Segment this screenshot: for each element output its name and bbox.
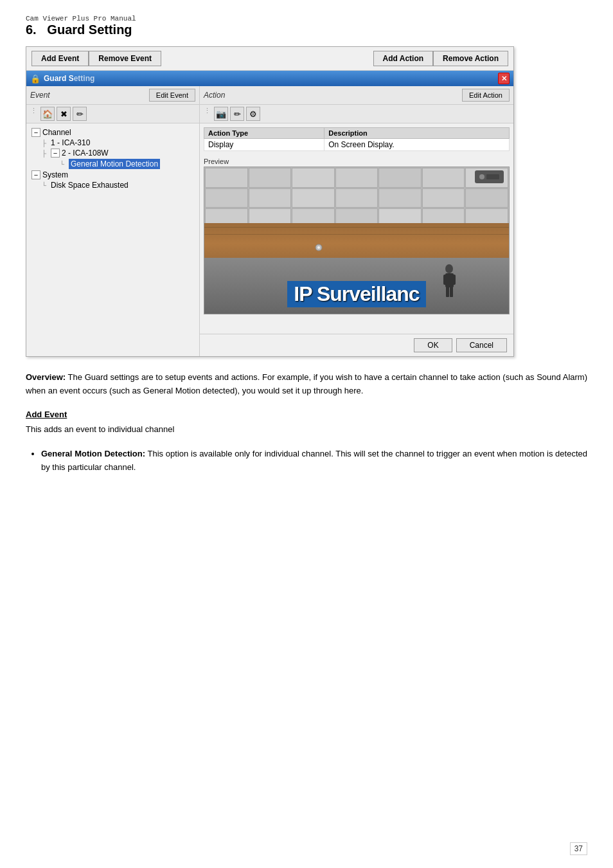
- add-event-section: Add Event This adds an event to individu…: [26, 410, 587, 475]
- overview-text: The Guard settings are to setup events a…: [26, 372, 587, 395]
- action-icon-separator: ⋮: [204, 107, 212, 121]
- svg-point-0: [445, 264, 453, 273]
- tree-connector-disk: └: [42, 182, 51, 189]
- section-title: 6. Guard Setting: [26, 23, 587, 37]
- tile: [249, 188, 292, 208]
- camera-lens: [479, 174, 484, 179]
- tree-connector-2: ├: [42, 150, 51, 157]
- tree-motion-label: General Motion Detection: [69, 159, 160, 169]
- preview-label: Preview: [204, 158, 510, 165]
- action-table: Action Type Description Display On Scree…: [204, 127, 510, 151]
- tile: [249, 168, 292, 188]
- add-action-button[interactable]: Add Action: [373, 51, 434, 66]
- event-icon-btn-1[interactable]: 🏠: [40, 107, 55, 121]
- page-header: Cam Viewer Plus Pro Manual: [26, 13, 587, 23]
- tile: [292, 168, 335, 188]
- col-description: Description: [324, 128, 510, 139]
- action-label: Action: [204, 91, 225, 100]
- tree-disk-label: Disk Space Exhausted: [51, 181, 129, 190]
- camera-preview-content: IP Surveillanc: [204, 167, 509, 314]
- section-number: 6.: [26, 23, 37, 37]
- tile: [422, 168, 465, 188]
- action-subbar: Action Edit Action: [200, 86, 513, 105]
- col-action-type: Action Type: [204, 128, 324, 139]
- event-tree: − Channel ├ 1 - ICA-310 ├ − 2 - ICA-108W…: [26, 123, 199, 356]
- dialog-body: Event Edit Event ⋮ 🏠 ✖ ✏ − Channel: [26, 86, 513, 356]
- surveillance-text: IP Surveillanc: [287, 281, 425, 307]
- titlebar-icon: 🔒: [30, 74, 40, 84]
- section-heading: Guard Setting: [47, 23, 132, 37]
- bullet-item-1: General Motion Detection: This option is…: [41, 448, 587, 475]
- tile: [335, 188, 378, 208]
- add-event-title: Add Event: [26, 410, 587, 419]
- action-row-1: Display On Screen Display.: [204, 139, 510, 151]
- tree-disk-node[interactable]: └ Disk Space Exhausted: [31, 180, 194, 190]
- wood-line: [204, 234, 509, 235]
- bullet-1-label: General Motion Detection:: [41, 449, 145, 458]
- overview-paragraph: Overview: The Guard settings are to setu…: [26, 371, 587, 398]
- tree-system-label: System: [42, 170, 68, 179]
- tree-system-root[interactable]: − System: [31, 170, 194, 180]
- tree-expand-channel-2[interactable]: −: [51, 149, 60, 158]
- edit-action-button[interactable]: Edit Action: [462, 89, 510, 102]
- action-icon-btn-2[interactable]: ✏: [230, 107, 244, 121]
- preview-box: IP Surveillanc: [204, 167, 510, 314]
- top-toolbar: Add Event Remove Event Add Action Remove…: [26, 47, 513, 71]
- svg-point-7: [317, 246, 320, 249]
- surveillance-sign: IP Surveillanc: [204, 281, 509, 307]
- tree-channel-1-label: 1 - ICA-310: [51, 138, 90, 147]
- tile: [378, 168, 422, 188]
- tile: [335, 168, 378, 188]
- tree-channel-root[interactable]: − Channel: [31, 127, 194, 138]
- ok-button[interactable]: OK: [414, 338, 452, 352]
- camera-body: [486, 174, 499, 179]
- page-number: 37: [570, 842, 587, 855]
- dialog-titlebar: 🔒 Guard Setting ✕: [26, 71, 513, 86]
- event-label: Event: [30, 91, 50, 100]
- wall-lamp: [314, 243, 323, 252]
- remove-action-button[interactable]: Remove Action: [433, 51, 508, 66]
- remove-event-button[interactable]: Remove Event: [89, 51, 161, 66]
- event-icon-btn-2[interactable]: ✖: [57, 107, 71, 121]
- preview-section: Preview: [204, 158, 510, 331]
- action-icon-btn-1[interactable]: 📷: [214, 107, 228, 121]
- tile: [378, 188, 422, 208]
- tile: [422, 188, 465, 208]
- tree-expand-system[interactable]: −: [31, 170, 40, 179]
- dialog-footer: OK Cancel: [200, 334, 513, 356]
- tree-channel-1[interactable]: ├ 1 - ICA-310: [31, 138, 194, 148]
- icon-separator: ⋮: [30, 107, 39, 121]
- action-desc-cell: On Screen Display.: [324, 139, 510, 151]
- left-panel: Event Edit Event ⋮ 🏠 ✖ ✏ − Channel: [26, 86, 200, 356]
- edit-event-button[interactable]: Edit Event: [149, 89, 195, 102]
- guard-setting-dialog: Add Event Remove Event Add Action Remove…: [26, 46, 514, 357]
- overview-label: Overview:: [26, 372, 66, 382]
- action-type-cell: Display: [204, 139, 324, 151]
- right-panel: Action Edit Action ⋮ 📷 ✏ ⚙ Action Type D…: [200, 86, 513, 356]
- action-icon-row: ⋮ 📷 ✏ ⚙: [200, 105, 513, 123]
- action-icon-btn-3[interactable]: ⚙: [246, 107, 260, 121]
- tile: [292, 188, 335, 208]
- cancel-button[interactable]: Cancel: [456, 338, 507, 352]
- tree-connector-motion: └: [60, 161, 69, 168]
- tile: [205, 168, 248, 188]
- tree-channel-2-label: 2 - ICA-108W: [62, 149, 109, 158]
- tree-channel-label: Channel: [42, 128, 71, 137]
- camera-device: [475, 170, 504, 183]
- tile: [465, 188, 508, 208]
- dialog-close-button[interactable]: ✕: [498, 73, 510, 84]
- tree-channel-2[interactable]: ├ − 2 - ICA-108W: [31, 148, 194, 158]
- wood-line: [204, 227, 509, 228]
- event-subbar: Event Edit Event: [26, 86, 199, 105]
- tree-connector-1: ├: [42, 140, 51, 147]
- tile: [205, 188, 248, 208]
- event-icon-row: ⋮ 🏠 ✖ ✏: [26, 105, 199, 123]
- dialog-title: Guard Setting: [44, 74, 498, 83]
- event-icon-btn-3[interactable]: ✏: [73, 107, 87, 121]
- tree-motion-node[interactable]: └ General Motion Detection: [31, 158, 194, 170]
- ceiling-tiles: [204, 167, 509, 229]
- add-event-button[interactable]: Add Event: [31, 51, 89, 66]
- tree-expand-channel[interactable]: −: [31, 128, 40, 137]
- bullet-list: General Motion Detection: This option is…: [41, 448, 587, 475]
- ceiling-area: [204, 167, 509, 229]
